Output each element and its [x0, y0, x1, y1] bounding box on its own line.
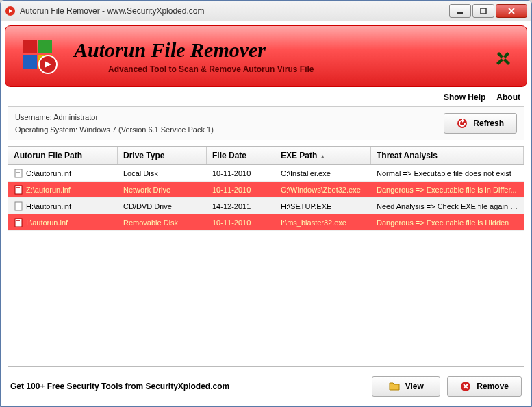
footer: Get 100+ Free Security Tools from Securi… [1, 369, 531, 406]
table-row[interactable]: C:\autorun.inf Local Disk 10-11-2010 C:\… [8, 165, 524, 182]
view-button[interactable]: View [372, 376, 440, 397]
header-banner: Autorun File Remover Advanced Tool to Sc… [5, 25, 527, 87]
svg-rect-10 [16, 171, 20, 171]
titlebar[interactable]: Autorun File Remover - www.SecurityXplod… [1, 1, 531, 21]
svg-rect-12 [15, 186, 22, 194]
remove-label: Remove [477, 382, 509, 391]
svg-rect-13 [16, 187, 20, 188]
svg-rect-2 [481, 8, 486, 14]
svg-rect-11 [16, 172, 20, 173]
table-header: Autorun File Path Drive Type File Date E… [8, 147, 524, 165]
promo-text[interactable]: Get 100+ Free Security Tools from Securi… [10, 382, 365, 391]
svg-rect-5 [23, 55, 37, 69]
menubar: Show Help About [1, 91, 531, 106]
table-row[interactable]: H:\autorun.inf CD/DVD Drive 14-12-2011 H… [8, 198, 524, 214]
about-link[interactable]: About [496, 92, 520, 102]
refresh-button[interactable]: Refresh [444, 113, 517, 134]
close-icon [508, 8, 515, 14]
svg-rect-17 [16, 220, 20, 221]
view-label: View [405, 382, 424, 391]
svg-rect-4 [38, 40, 52, 53]
show-help-link[interactable]: Show Help [444, 92, 485, 102]
maximize-button[interactable] [472, 4, 494, 18]
logo-icon [19, 36, 60, 77]
header-drive[interactable]: Drive Type [118, 147, 207, 164]
app-subtitle: Advanced Tool to Scan & Remove Autorun V… [108, 64, 494, 74]
refresh-icon [457, 118, 468, 129]
header-exe[interactable]: EXE Path▲ [275, 147, 371, 164]
header-date[interactable]: File Date [207, 147, 275, 164]
file-icon [14, 201, 23, 211]
file-icon [14, 185, 23, 195]
header-path[interactable]: Autorun File Path [8, 147, 118, 164]
header-threat[interactable]: Threat Analysis [371, 147, 524, 164]
results-table: Autorun File Path Drive Type File Date E… [8, 146, 524, 367]
table-row[interactable]: I:\autorun.inf Removable Disk 10-11-2010… [8, 214, 524, 231]
username-label: Username: [15, 113, 52, 121]
svg-rect-3 [23, 40, 37, 53]
window-title: Autorun File Remover - www.SecurityXplod… [20, 6, 449, 16]
app-window: Autorun File Remover - www.SecurityXplod… [0, 0, 532, 407]
svg-rect-9 [15, 169, 22, 177]
app-title: Autorun File Remover [74, 38, 494, 62]
folder-icon [389, 381, 400, 392]
remove-icon [460, 381, 471, 392]
os-label: Operating System: [15, 125, 77, 134]
app-icon [5, 5, 16, 16]
swords-icon [494, 47, 513, 66]
sort-indicator-icon: ▲ [320, 153, 325, 160]
file-icon [14, 218, 23, 227]
remove-button[interactable]: Remove [447, 376, 522, 397]
svg-rect-1 [457, 12, 463, 14]
svg-rect-15 [16, 204, 20, 204]
close-button[interactable] [496, 4, 527, 18]
system-info-panel: Username: Administrator Operating System… [8, 106, 524, 140]
username-value: Administrator [53, 113, 98, 121]
svg-rect-16 [15, 219, 22, 227]
refresh-label: Refresh [473, 119, 504, 128]
maximize-icon [480, 8, 487, 14]
file-icon [14, 169, 23, 178]
svg-rect-14 [15, 202, 22, 210]
minimize-icon [457, 8, 464, 14]
os-value: Windows 7 (Version 6.1 Service Pack 1) [79, 125, 214, 134]
minimize-button[interactable] [449, 4, 471, 18]
table-row[interactable]: Z:\autorun.inf Network Drive 10-11-2010 … [8, 182, 524, 198]
